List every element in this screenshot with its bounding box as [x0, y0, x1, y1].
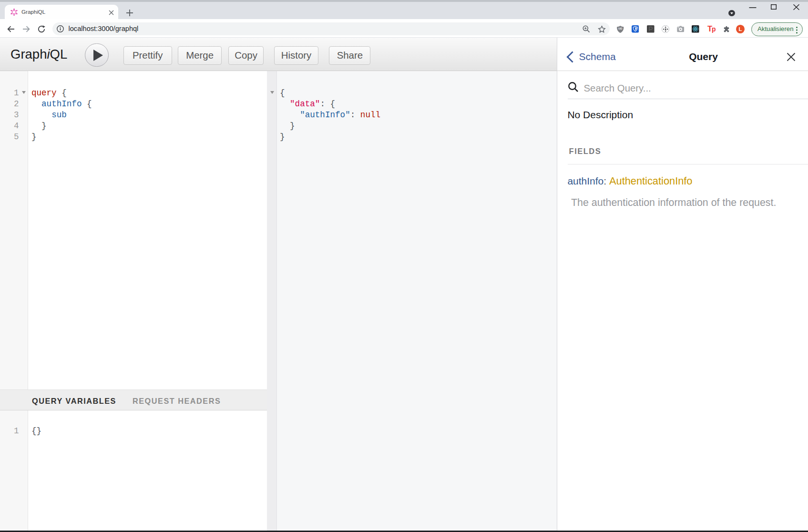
svg-text:UO: UO [618, 27, 622, 30]
